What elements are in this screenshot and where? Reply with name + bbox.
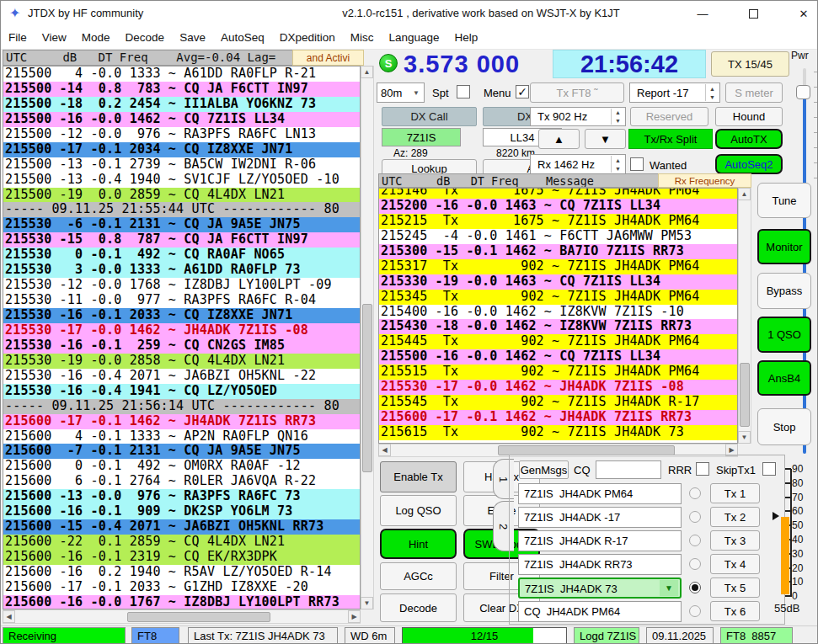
decode-row[interactable]: 215515 Tx 902 ~ 7Z1IS JH4ADK PM64 bbox=[379, 365, 737, 380]
band-select[interactable]: 80m ▼ bbox=[377, 82, 425, 103]
decode-row[interactable]: 215500 -13 -0.4 1940 ~ SV1CJF LZ/YO5OED … bbox=[3, 173, 360, 188]
tx-select-radio-2[interactable] bbox=[689, 511, 701, 523]
decode-row[interactable]: 215500 -14 0.8 783 ~ CQ JA F6CTT IN97 bbox=[3, 82, 360, 97]
scroll-down-icon[interactable]: ▼ bbox=[361, 597, 373, 609]
decode-row[interactable]: 215600 -16 0.2 1940 ~ R5AV LZ/YO5OED R-1… bbox=[3, 565, 360, 580]
decode-row[interactable]: 215500 -17 -0.1 2034 ~ CQ IZ8XXE JN71 bbox=[3, 142, 360, 157]
decode-row[interactable]: 215245 -4 -0.0 1461 ~ F6CTT JA6MWW PM53 bbox=[379, 229, 737, 244]
tx-audio-freq-spinner[interactable]: Tx 902 Hz ▲▼ bbox=[530, 107, 626, 126]
decode-row[interactable]: 215200 -16 -0.0 1463 ~ CQ 7Z1IS LL34 bbox=[379, 199, 737, 214]
menu-misc[interactable]: Misc bbox=[343, 26, 382, 49]
decode-row[interactable]: 215530 -15 0.8 787 ~ CQ JA F6CTT IN97 bbox=[3, 232, 360, 247]
tx4-button[interactable]: Tx 4 bbox=[710, 554, 760, 574]
decode-row[interactable]: 215530 -11 -0.0 977 ~ RA3PFS RA6FC R-04 bbox=[3, 293, 360, 308]
scroll-left-icon[interactable]: ◀ bbox=[3, 610, 15, 623]
decode-row[interactable]: 215530 -12 -0.0 1768 ~ IZ8DBJ LY100LPT -… bbox=[3, 278, 360, 293]
cq-dir-input[interactable] bbox=[596, 460, 661, 479]
s-meter-button[interactable]: S meter bbox=[725, 82, 783, 103]
reserved-button[interactable]: Reserved bbox=[630, 107, 708, 126]
decode-button[interactable]: Decode bbox=[380, 593, 457, 622]
decode-row[interactable]: 215215 Tx 1675 ~ 7Z1IS JH4ADK PM64 bbox=[379, 214, 737, 229]
decode-row[interactable]: 215530 0 -0.1 492 ~ CQ RA0AF NO65 bbox=[3, 247, 360, 263]
decode-row[interactable]: ----- 09.11.25 21:55:44 UTC ------------… bbox=[3, 202, 360, 217]
decode-row[interactable]: 215500 -19 0.0 2859 ~ CQ 4L4DX LN21 bbox=[3, 188, 360, 203]
one-qso-button[interactable]: 1 QSO bbox=[757, 317, 811, 353]
decode-row[interactable]: 215500 -13 -0.1 2739 ~ BA5CW IW2DNI R-06 bbox=[3, 157, 360, 173]
tx-select-radio-3[interactable] bbox=[689, 535, 701, 546]
decode-row[interactable]: 215600 6 -0.1 2764 ~ R0LER JA6VQA R-22 bbox=[3, 474, 360, 489]
tx-watchdog-button[interactable]: TX 15/45 bbox=[711, 51, 789, 77]
decode-row[interactable]: 215600 4 -0.1 1333 ~ AP2N RA0FLP QN16 bbox=[3, 429, 360, 444]
maximize-button[interactable] bbox=[739, 4, 767, 23]
autotx-button[interactable]: AutoTX bbox=[715, 129, 783, 149]
tx2-button[interactable]: Tx 2 bbox=[710, 507, 760, 527]
decode-row[interactable]: 215430 -18 -0.0 1462 ~ IZ8KVW 7Z1IS RR73 bbox=[379, 319, 737, 334]
rx-frequency-tab[interactable]: Rx Frequency bbox=[658, 173, 751, 188]
decode-row[interactable]: 215530 -6 -0.1 2131 ~ CQ JA 9A5E JN75 bbox=[3, 217, 360, 232]
spinner-arrows-icon[interactable]: ▲▼ bbox=[705, 84, 719, 101]
menu-language[interactable]: Language bbox=[382, 26, 447, 49]
rrr-checkbox[interactable] bbox=[696, 462, 709, 476]
decode-row[interactable]: 215530 -17 -0.0 1462 ~ JH4ADK 7Z1IS -08 bbox=[379, 380, 737, 395]
decode-row[interactable]: 215146 Tx 1675 ~ 7Z1IS JH4ADK PM64 bbox=[379, 188, 737, 199]
decode-row[interactable]: 215600 -16 -0.1 2319 ~ CQ EK/RX3DPK bbox=[3, 550, 360, 565]
dx-call-field[interactable]: 7Z1IS bbox=[382, 128, 461, 146]
log-qso-button[interactable]: Log QSO bbox=[380, 495, 457, 526]
tune-button[interactable]: Tune bbox=[757, 183, 811, 218]
decode-row[interactable]: 215345 Tx 902 ~ 7Z1IS JH4ADK PM64 bbox=[379, 290, 737, 305]
decode-row[interactable]: 215600 -16 -0.0 1767 ~ IZ8DBJ LY100LPT R… bbox=[3, 595, 360, 609]
rig-status-indicator[interactable]: S bbox=[379, 54, 398, 72]
bypass-button[interactable]: Bypass bbox=[757, 273, 811, 309]
menu-dxpedition[interactable]: DXpedition bbox=[272, 26, 343, 49]
decode-row[interactable]: 215530 -17 -0.0 1462 ~ JH4ADK 7Z1IS -08 bbox=[3, 323, 360, 338]
menu-save[interactable]: Save bbox=[172, 26, 213, 49]
scroll-up-icon[interactable]: ▲ bbox=[738, 188, 751, 200]
decode-row[interactable]: 215500 -16 -0.0 1462 ~ CQ 7Z1IS LL34 bbox=[3, 112, 360, 127]
decode-row[interactable]: ----- 09.11.25 21:56:14 UTC ------------… bbox=[3, 399, 360, 414]
ansb4-button[interactable]: AnsB4 bbox=[757, 360, 811, 396]
dx-call-button[interactable]: DX Call bbox=[382, 107, 477, 126]
tx-select-radio-1[interactable] bbox=[689, 487, 701, 499]
pwr-slider-handle[interactable] bbox=[796, 85, 810, 99]
tx-mode-button[interactable]: Tx FT8 ˜ bbox=[530, 82, 624, 103]
band-activity-tab[interactable]: and Activi bbox=[292, 50, 364, 66]
spinner-arrows-icon[interactable]: ▲▼ bbox=[611, 109, 624, 125]
tx-message-field-1[interactable]: 7Z1IS JH4ADK PM64 bbox=[518, 483, 682, 504]
decode-row[interactable]: 215530 -16 -0.1 259 ~ CQ CN2GS IM85 bbox=[3, 338, 360, 354]
menu-decode[interactable]: Decode bbox=[118, 26, 173, 49]
decode-row[interactable]: 215500 -16 -0.0 1462 ~ CQ 7Z1IS LL34 bbox=[379, 349, 737, 365]
agcc-button[interactable]: AGCc bbox=[380, 562, 457, 590]
decode-row[interactable]: 215600 -17 -0.1 1462 ~ JH4ADK 7Z1IS RR73 bbox=[3, 414, 360, 429]
minimize-button[interactable]: — bbox=[688, 4, 717, 23]
band-activity-hthumb[interactable] bbox=[127, 612, 270, 622]
freq-down-button[interactable]: ▼ bbox=[585, 129, 626, 149]
tx-message-field-2[interactable]: 7Z1IS JH4ADK -17 bbox=[518, 507, 682, 528]
menu-autoseq[interactable]: AutoSeq bbox=[213, 26, 272, 49]
stop-button[interactable]: Stop bbox=[757, 408, 811, 445]
decode-row[interactable]: 215500 -12 -0.0 976 ~ RA3PFS RA6FC LN13 bbox=[3, 127, 360, 142]
scroll-down-icon[interactable]: ▼ bbox=[738, 431, 751, 444]
band-activity-vthumb[interactable] bbox=[362, 304, 372, 472]
decode-row[interactable]: 215615 Tx 902 ~ 7Z1IS JH4ADK 73 bbox=[379, 425, 737, 440]
tx-message-field-3[interactable]: 7Z1IS JH4ADK R-17 bbox=[518, 530, 682, 551]
hint-button[interactable]: Hint bbox=[380, 529, 457, 559]
spinner-arrows-icon[interactable]: ▲▼ bbox=[611, 156, 624, 173]
tx-select-radio-6[interactable] bbox=[689, 605, 701, 617]
rx-audio-freq-spinner[interactable]: Rx 1462 Hz ▲▼ bbox=[530, 154, 626, 174]
decode-row[interactable]: 215600 -17 -0.1 1462 ~ JH4ADK 7Z1IS RR73 bbox=[379, 410, 737, 425]
tx1-button[interactable]: Tx 1 bbox=[710, 483, 760, 503]
decode-row[interactable]: 215545 Tx 902 ~ 7Z1IS JH4ADK R-17 bbox=[379, 395, 737, 410]
tx-message-field-5[interactable]: 7Z1IS JH4ADK 73▼ bbox=[518, 577, 682, 599]
decode-row[interactable]: 215530 -16 -0.4 1941 ~ CQ LZ/YO5OED bbox=[3, 384, 360, 399]
decode-row[interactable]: 215600 -15 -0.4 2071 ~ JA6BZI OH5KNL RR7… bbox=[3, 519, 360, 535]
decode-row[interactable]: 215600 -22 0.1 2859 ~ CQ 4L4DX LN21 bbox=[3, 535, 360, 550]
decode-row[interactable]: 215317 Tx 902 ~ 7Z1IS JH4ADK PM64 bbox=[379, 259, 737, 274]
freq-up-button[interactable]: ▲ bbox=[538, 129, 580, 149]
menu-file[interactable]: File bbox=[1, 26, 35, 49]
txrx-split-button[interactable]: Tx/Rx Split bbox=[628, 129, 713, 149]
tx-message-field-4[interactable]: 7Z1IS JH4ADK RR73 bbox=[518, 554, 682, 575]
scroll-up-icon[interactable]: ▲ bbox=[361, 66, 373, 78]
decode-row[interactable]: 215530 3 -0.0 1333 ~ A61DD RA0FLP 73 bbox=[3, 263, 360, 278]
decode-row[interactable]: 215530 -19 -0.0 2858 ~ CQ 4L4DX LN21 bbox=[3, 354, 360, 369]
dial-frequency[interactable]: 3.573 000 bbox=[404, 51, 520, 78]
